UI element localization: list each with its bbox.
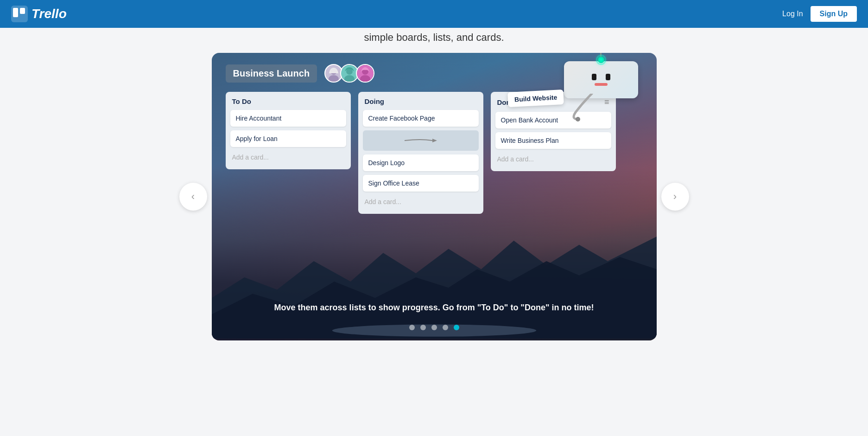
card-hire-accountant[interactable]: Hire Accountant xyxy=(230,110,346,127)
mountains-decoration xyxy=(212,216,657,340)
avatar-1-image xyxy=(325,65,342,82)
board-avatars xyxy=(324,64,374,83)
card-write-business-plan[interactable]: Write Business Plan xyxy=(495,132,611,149)
carousel-dots xyxy=(212,325,657,330)
card-create-facebook[interactable]: Create Facebook Page xyxy=(363,110,479,127)
board-title: Business Launch xyxy=(226,64,317,83)
avatar-3-image xyxy=(357,65,374,82)
robot-eyes xyxy=(592,74,610,80)
carousel-dot-5[interactable] xyxy=(454,325,459,330)
logo-text: Trello xyxy=(32,6,67,21)
avatar-2-image xyxy=(341,65,358,82)
robot-face xyxy=(592,74,610,86)
carousel-dot-1[interactable] xyxy=(409,325,415,330)
carousel-dot-4[interactable] xyxy=(443,325,448,330)
carousel-prev-button[interactable]: ‹ xyxy=(179,183,207,211)
svg-point-6 xyxy=(576,117,580,122)
card-design-logo[interactable]: Design Logo xyxy=(363,154,479,171)
robot-body xyxy=(564,61,638,98)
svg-rect-1 xyxy=(13,8,18,17)
login-button[interactable]: Log In xyxy=(782,10,803,18)
add-card-done[interactable]: Add a card... xyxy=(495,153,611,166)
carousel-dot-3[interactable] xyxy=(431,325,437,330)
list-todo-title: To Do xyxy=(230,97,346,105)
robot-eye-left xyxy=(592,74,596,80)
floating-build-website-card: Build Website xyxy=(507,90,564,107)
list-todo: To Do Hire Accountant Apply for Loan Add… xyxy=(226,92,351,169)
trello-logo-icon xyxy=(11,6,28,22)
page-subtitle: simple boards, lists, and cards. xyxy=(364,32,504,44)
robot-character xyxy=(564,61,638,98)
robot-arm-svg xyxy=(569,94,615,122)
header-actions: Log In Sign Up xyxy=(782,6,857,22)
list-doing: Doing Create Facebook Page Design Logo S… xyxy=(358,92,483,214)
logo: Trello xyxy=(11,6,67,22)
carousel-next-button[interactable]: › xyxy=(661,183,689,211)
add-card-todo[interactable]: Add a card... xyxy=(230,151,346,164)
svg-rect-2 xyxy=(20,8,25,14)
card-apply-for-loan[interactable]: Apply for Loan xyxy=(230,130,346,147)
svg-marker-16 xyxy=(432,139,437,142)
list-doing-title: Doing xyxy=(363,97,479,105)
add-card-doing[interactable]: Add a card... xyxy=(363,195,479,208)
card-sign-office-lease[interactable]: Sign Office Lease xyxy=(363,175,479,192)
drag-arrow-icon xyxy=(402,135,439,146)
header: Trello Log In Sign Up xyxy=(0,0,868,28)
carousel-dot-2[interactable] xyxy=(420,325,426,330)
robot-mouth xyxy=(595,83,608,86)
page-content: simple boards, lists, and cards. ‹ xyxy=(0,28,868,354)
robot-antenna xyxy=(598,53,604,63)
card-being-dragged xyxy=(363,130,479,151)
carousel-slide: Build Website Business Launch xyxy=(212,53,657,340)
slide-bottom-text: Move them across lists to show progress.… xyxy=(212,303,657,313)
avatar-3 xyxy=(356,64,374,83)
carousel: ‹ xyxy=(179,53,689,340)
signup-button[interactable]: Sign Up xyxy=(811,6,857,22)
robot-eye-right xyxy=(606,74,610,80)
